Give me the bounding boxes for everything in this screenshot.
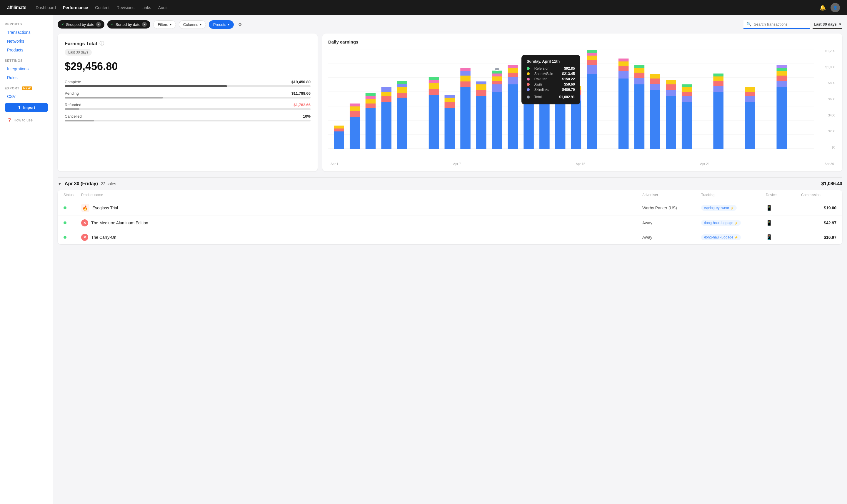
filter-bar: ✓ Grouped by date ✕ ✓ Sorted by date ✕ F… <box>58 20 842 29</box>
how-to-use-link[interactable]: ❓ How to use <box>5 117 48 124</box>
grouped-by-date-chip[interactable]: ✓ Grouped by date ✕ <box>58 20 104 29</box>
search-box[interactable]: 🔍 <box>743 20 810 29</box>
sorted-by-date-close[interactable]: ✕ <box>142 22 147 27</box>
tracking-badge-1[interactable]: /long-haul-luggage ⚡ <box>701 220 741 226</box>
how-to-label: How to use <box>14 118 33 122</box>
svg-rect-39 <box>460 82 471 87</box>
presets-chevron: ▾ <box>228 23 229 26</box>
sorted-by-date-chip[interactable]: ✓ Sorted by date ✕ <box>107 20 150 29</box>
y-label-5: $200 <box>825 129 835 133</box>
import-label: Import <box>23 105 35 110</box>
svg-rect-108 <box>713 76 723 81</box>
complete-progress <box>65 85 227 87</box>
presets-button[interactable]: Presets ▾ <box>209 20 234 29</box>
date-range-button[interactable]: Last 30 days ▾ <box>813 20 842 29</box>
upload-icon: ⬆ <box>18 105 21 110</box>
svg-rect-77 <box>587 65 597 74</box>
svg-rect-93 <box>650 84 660 90</box>
tooltip-row-5: Total $1,002.91 <box>527 93 575 99</box>
tooltip-row-3: Awin $59.60 <box>527 82 575 87</box>
x-axis: Apr 1 Apr 7 Apr 15 Apr 21 Apr 30 <box>328 162 836 165</box>
svg-rect-42 <box>460 68 471 71</box>
svg-rect-101 <box>682 96 692 102</box>
logo: affilimate <box>7 5 26 10</box>
svg-rect-43 <box>476 96 486 149</box>
svg-rect-14 <box>350 104 360 106</box>
svg-rect-48 <box>492 84 502 92</box>
sidebar-item-products[interactable]: Products <box>5 46 48 54</box>
svg-rect-76 <box>587 74 597 149</box>
filters-button[interactable]: Filters ▾ <box>153 20 176 29</box>
svg-rect-83 <box>618 71 629 78</box>
svg-rect-31 <box>429 83 439 89</box>
tooltip-refersion-val: $92.85 <box>564 67 575 71</box>
sidebar-item-rules[interactable]: Rules <box>5 73 48 82</box>
svg-rect-117 <box>776 71 787 76</box>
svg-rect-49 <box>492 81 502 84</box>
stat-complete-value: $19,450.80 <box>291 80 310 84</box>
product-name-0: Eyeglass Trial <box>92 205 118 210</box>
info-icon[interactable]: ⓘ <box>100 40 104 47</box>
total-dot <box>527 95 530 98</box>
svg-rect-80 <box>587 53 597 56</box>
table-row: 🔥 Eyeglass Trial Warby Parker (US) /spri… <box>58 200 842 216</box>
group-toggle-icon[interactable]: ▼ <box>58 181 62 186</box>
svg-rect-25 <box>397 93 407 97</box>
svg-rect-82 <box>618 78 629 149</box>
columns-label: Columns <box>183 22 198 27</box>
svg-rect-50 <box>492 76 502 81</box>
svg-rect-115 <box>776 81 787 87</box>
chart-area: Sunday, April 11th Refersion $92.85 Shar… <box>328 49 836 161</box>
nav-link-audit[interactable]: Audit <box>158 5 168 10</box>
sidebar-item-integrations[interactable]: Integrations <box>5 65 48 73</box>
svg-rect-107 <box>713 81 723 86</box>
user-avatar[interactable]: 👤 <box>831 3 840 12</box>
group-sales-count: 22 sales <box>101 181 116 186</box>
svg-rect-12 <box>350 111 360 117</box>
x-label-3: Apr 21 <box>700 162 710 165</box>
sidebar-item-networks[interactable]: Networks <box>5 37 48 45</box>
svg-rect-116 <box>776 76 787 81</box>
svg-rect-38 <box>460 87 471 149</box>
search-input[interactable] <box>754 22 807 26</box>
group-date: Apr 30 (Friday) <box>65 181 98 186</box>
columns-button[interactable]: Columns ▾ <box>179 20 206 29</box>
cancelled-progress <box>65 120 94 122</box>
x-label-4: Apr 30 <box>825 162 834 165</box>
tooltip-row-0: Refersion $92.85 <box>527 67 575 71</box>
mobile-icon-2: 📱 <box>766 234 772 240</box>
svg-rect-17 <box>365 99 376 104</box>
svg-rect-10 <box>334 126 344 128</box>
nav-link-performance[interactable]: Performance <box>63 5 88 10</box>
adjust-icon[interactable]: ⚙ <box>238 22 242 28</box>
nav-link-links[interactable]: Links <box>142 5 151 10</box>
earnings-period: Last 30 days <box>65 49 92 56</box>
sidebar-item-transactions[interactable]: Transactions <box>5 28 48 36</box>
svg-rect-91 <box>634 65 645 68</box>
row-commission-1: $42.97 <box>801 220 836 225</box>
grouped-by-date-close[interactable]: ✕ <box>96 22 101 27</box>
row-commission-2: $16.97 <box>801 235 836 240</box>
svg-rect-22 <box>381 92 392 96</box>
chart-card: Daily earnings <box>322 34 842 172</box>
col-tracking: Tracking <box>701 193 766 197</box>
rakuten-dot <box>527 78 530 80</box>
nav-link-content[interactable]: Content <box>95 5 109 10</box>
tooltip-total-val: $1,002.91 <box>559 95 575 99</box>
product-name-1: The Medium: Aluminum Edition <box>91 220 148 225</box>
import-button[interactable]: ⬆ Import <box>5 103 48 112</box>
svg-rect-102 <box>682 92 692 96</box>
x-label-1: Apr 7 <box>453 162 461 165</box>
export-new-badge: NEW <box>22 87 32 90</box>
stat-cancelled-label: Cancelled <box>65 114 82 119</box>
y-label-4: $400 <box>825 113 835 117</box>
sidebar-item-csv[interactable]: CSV <box>5 92 48 101</box>
tracking-badge-2[interactable]: /long-haul-luggage ⚡ <box>701 234 741 240</box>
mobile-icon-0: 📱 <box>766 205 772 211</box>
refersion-dot <box>527 67 530 70</box>
notifications-icon[interactable]: 🔔 <box>819 4 826 11</box>
row-product-2: ✕ The Carry-On <box>81 234 642 241</box>
nav-link-dashboard[interactable]: Dashboard <box>36 5 56 10</box>
tracking-badge-0[interactable]: /spring-eyewear ⚡ <box>701 205 737 211</box>
nav-link-revisions[interactable]: Revisions <box>116 5 134 10</box>
